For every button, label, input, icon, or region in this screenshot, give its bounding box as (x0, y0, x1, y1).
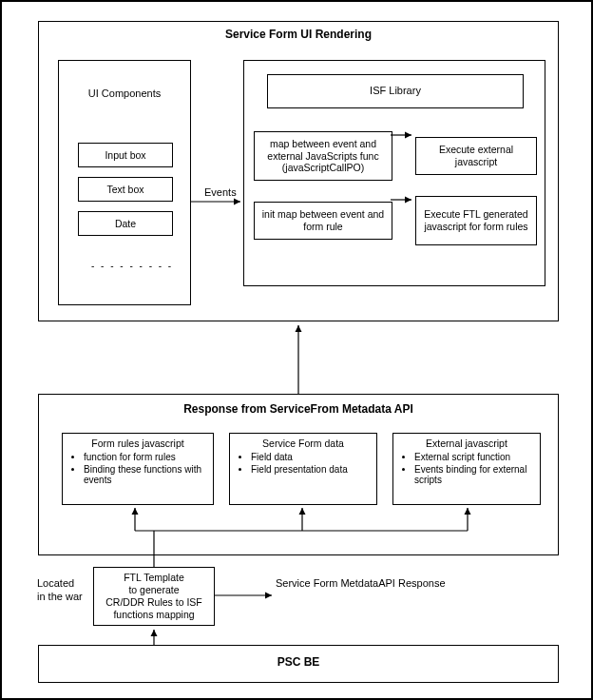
form-rules-list: function for form rules Binding these fu… (68, 452, 207, 485)
sf-data-bullet-0: Field data (251, 452, 371, 462)
sf-data-bullet-1: Field presentation data (251, 464, 371, 475)
psc-be-box: PSC BE (38, 645, 559, 683)
service-form-data-card: Service Form data Field data Field prese… (229, 433, 377, 505)
ext-js-bullet-1: Events binding for external scripts (414, 464, 534, 485)
form-rules-card: Form rules javascript function for form … (62, 433, 214, 505)
service-form-ui-rendering-box: Service Form UI Rendering UI Components … (38, 21, 559, 321)
form-rules-bullet-0: function for form rules (84, 452, 207, 462)
psc-be-title: PSC BE (39, 646, 558, 674)
service-form-data-title: Service Form data (236, 438, 371, 449)
events-label: Events (204, 186, 237, 198)
top-box-title: Service Form UI Rendering (39, 22, 558, 47)
date-item: Date (78, 211, 173, 236)
ftl-template-text: FTL Template to generate CR/DDR Rules to… (105, 572, 202, 622)
ext-js-bullet-0: External script function (414, 452, 534, 462)
ftl-template-box: FTL Template to generate CR/DDR Rules to… (93, 567, 215, 626)
ui-components-title: UI Components (59, 61, 190, 112)
diagram-canvas: Service Form UI Rendering UI Components … (0, 0, 593, 700)
execute-ftl-box: Execute FTL generated javascript for for… (415, 196, 537, 245)
metadata-response-label: Service Form MetdataAPI Response (276, 577, 446, 589)
input-box-item: Input box (78, 143, 173, 167)
execute-external-box: Execute external javascript (415, 137, 537, 175)
external-js-title: External javascript (399, 438, 534, 449)
mid-box-title: Response from ServiceFrom Metadata API (39, 395, 558, 421)
response-metadata-api-box: Response from ServiceFrom Metadata API F… (38, 394, 559, 555)
map-event-external-box: map between event and external JavaScrip… (254, 131, 392, 181)
text-box-item: Text box (78, 177, 173, 202)
right-panel-box: ISF Library map between event and extern… (243, 60, 545, 286)
external-js-list: External script function Events binding … (399, 452, 534, 485)
form-rules-title: Form rules javascript (68, 438, 207, 449)
ellipsis: - - - - - - - - - (91, 261, 173, 271)
located-label: Located in the war (37, 576, 83, 604)
external-js-card: External javascript External script func… (392, 433, 541, 505)
ui-components-box: UI Components Input box Text box Date - … (58, 60, 191, 305)
service-form-data-list: Field data Field presentation data (236, 452, 371, 475)
isf-library-box: ISF Library (267, 74, 524, 108)
form-rules-bullet-1: Binding these functions with events (84, 464, 207, 485)
init-map-form-rule-box: init map between event and form rule (254, 202, 392, 240)
